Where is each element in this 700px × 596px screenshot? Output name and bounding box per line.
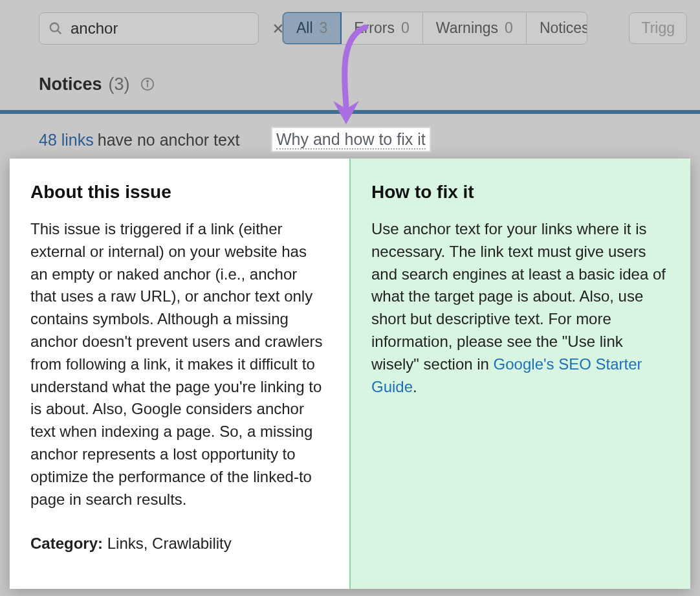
fix-column: How to fix it Use anchor text for your l… bbox=[349, 159, 690, 589]
issue-popup: About this issue This issue is triggered… bbox=[10, 159, 690, 589]
about-title: About this issue bbox=[30, 182, 326, 203]
tab-label: Notices bbox=[540, 19, 588, 37]
category-line: Category: Links, Crawlability bbox=[30, 533, 326, 555]
tab-label: Warnings bbox=[436, 19, 498, 37]
why-fix-link[interactable]: Why and how to fix it bbox=[276, 130, 426, 149]
extra-filter[interactable]: Trigg bbox=[629, 12, 687, 44]
tab-notices[interactable]: Notices 3 bbox=[527, 12, 588, 44]
fix-title: How to fix it bbox=[371, 182, 667, 203]
tab-count: 0 bbox=[401, 19, 410, 37]
tab-count: 0 bbox=[505, 19, 513, 37]
svg-line-1 bbox=[58, 30, 61, 34]
search-box[interactable] bbox=[39, 12, 259, 45]
annotation-arrow bbox=[327, 25, 378, 131]
svg-point-6 bbox=[146, 80, 148, 82]
about-column: About this issue This issue is triggered… bbox=[10, 159, 349, 589]
category-label: Category: bbox=[30, 535, 103, 552]
svg-point-0 bbox=[50, 23, 59, 31]
search-input[interactable] bbox=[71, 19, 264, 38]
tab-warnings[interactable]: Warnings 0 bbox=[423, 12, 527, 44]
about-body: This issue is triggered if a link (eithe… bbox=[30, 218, 326, 511]
notices-count: (3) bbox=[109, 74, 130, 94]
issue-text: have no anchor text bbox=[98, 131, 240, 149]
notices-title: Notices bbox=[39, 74, 102, 94]
info-icon[interactable] bbox=[140, 76, 155, 96]
category-value: Links, Crawlability bbox=[103, 535, 232, 552]
fix-body: Use anchor text for your links where it … bbox=[371, 218, 667, 398]
fix-body-text: Use anchor text for your links where it … bbox=[371, 220, 666, 373]
tab-label: All bbox=[296, 19, 313, 37]
search-icon bbox=[49, 21, 63, 36]
fix-body-end: . bbox=[413, 378, 417, 395]
issue-link[interactable]: 48 links bbox=[39, 131, 94, 149]
